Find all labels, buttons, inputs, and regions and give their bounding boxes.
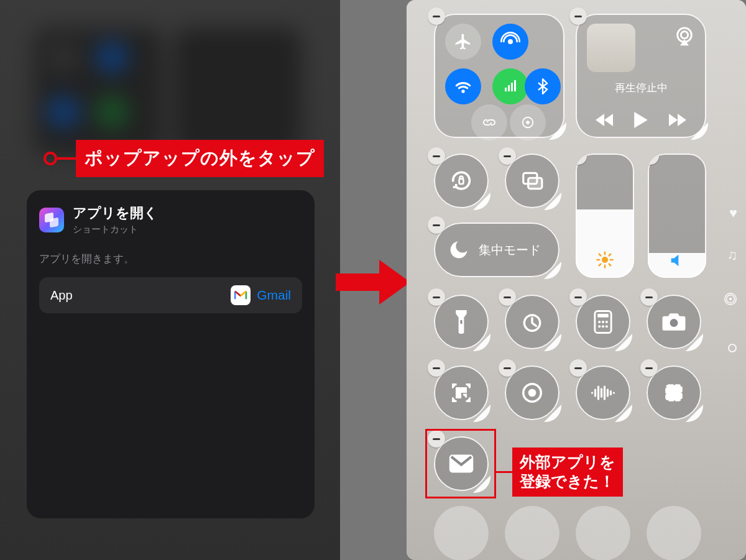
svg-point-23 xyxy=(606,325,608,328)
camera-button[interactable] xyxy=(647,295,701,349)
remove-badge[interactable] xyxy=(428,147,445,165)
shortcut-config-popup[interactable]: アプリを開く ショートカット アプリを開きます。 App Gmail xyxy=(27,190,315,518)
favorites-dot-icon[interactable] xyxy=(727,341,737,357)
wifi-button[interactable] xyxy=(445,68,481,104)
svg-point-21 xyxy=(598,325,601,328)
resize-handle[interactable] xyxy=(544,193,561,210)
focus-moon-icon xyxy=(448,239,470,261)
calculator-button[interactable] xyxy=(576,295,630,349)
cellular-button[interactable] xyxy=(492,68,528,104)
remove-badge[interactable] xyxy=(428,359,445,377)
right-screenshot-control-center-edit: 再生停止中 xyxy=(407,0,746,560)
resize-handle[interactable] xyxy=(544,405,561,422)
vpn-button[interactable] xyxy=(510,104,546,140)
timer-button[interactable] xyxy=(505,295,560,349)
brightness-slider[interactable] xyxy=(576,154,634,278)
favorites-heart-icon[interactable]: ♥ xyxy=(729,205,737,221)
media-artwork xyxy=(587,24,635,72)
svg-rect-9 xyxy=(459,179,464,184)
focus-mode-button[interactable]: 集中モード xyxy=(434,223,560,277)
selected-app-name[interactable]: Gmail xyxy=(257,288,291,303)
svg-point-13 xyxy=(602,257,608,263)
remove-badge[interactable] xyxy=(428,288,445,306)
screen-mirroring-button[interactable] xyxy=(505,154,560,208)
empty-slot[interactable] xyxy=(647,506,701,560)
svg-rect-4 xyxy=(514,80,516,91)
svg-point-29 xyxy=(528,389,536,397)
callout-right-line1: 外部アプリを xyxy=(520,452,615,472)
remove-badge[interactable] xyxy=(640,359,658,377)
crop-button[interactable] xyxy=(647,365,701,420)
remove-badge[interactable] xyxy=(428,7,445,25)
focus-label: 集中モード xyxy=(479,242,541,259)
svg-rect-17 xyxy=(597,314,609,318)
remove-badge[interactable] xyxy=(569,7,587,25)
popup-subtitle: ショートカット xyxy=(73,224,158,236)
svg-point-8 xyxy=(681,32,688,39)
callout-registered: 外部アプリを 登録できた！ xyxy=(496,448,623,497)
screen-record-button[interactable] xyxy=(505,365,560,420)
highlight-gmail-box xyxy=(425,429,496,498)
resize-handle[interactable] xyxy=(549,122,566,140)
remove-badge[interactable] xyxy=(569,288,587,306)
resize-handle[interactable] xyxy=(686,334,703,351)
callout-marker-icon xyxy=(44,152,57,165)
remove-badge[interactable] xyxy=(576,154,587,165)
resize-handle[interactable] xyxy=(615,334,632,351)
resize-handle[interactable] xyxy=(544,334,561,351)
bluetooth-button[interactable] xyxy=(525,68,561,104)
svg-point-24 xyxy=(670,319,678,327)
app-selector-row[interactable]: App Gmail xyxy=(39,277,302,313)
svg-rect-14 xyxy=(461,320,463,324)
app-row-label: App xyxy=(50,288,73,303)
brightness-sun-icon xyxy=(596,250,614,269)
forward-button[interactable] xyxy=(669,114,686,126)
resize-handle[interactable] xyxy=(544,262,561,279)
resize-handle[interactable] xyxy=(473,405,490,422)
sound-recognition-button[interactable] xyxy=(576,365,630,420)
remove-badge[interactable] xyxy=(648,154,659,165)
svg-rect-26 xyxy=(463,388,466,392)
remove-badge[interactable] xyxy=(499,147,516,165)
svg-rect-25 xyxy=(457,388,461,392)
empty-slot[interactable] xyxy=(576,506,630,560)
remove-badge[interactable] xyxy=(569,359,587,377)
remove-badge[interactable] xyxy=(499,359,516,377)
favorites-music-icon[interactable]: ♫ xyxy=(727,247,738,264)
transition-arrow-icon xyxy=(336,256,410,308)
svg-rect-3 xyxy=(511,83,513,91)
remove-badge[interactable] xyxy=(428,216,445,234)
svg-point-6 xyxy=(526,121,530,124)
favorites-broadcast-icon[interactable] xyxy=(724,292,737,310)
svg-point-19 xyxy=(602,321,604,323)
svg-rect-30 xyxy=(666,385,681,400)
svg-rect-11 xyxy=(528,178,542,188)
svg-point-20 xyxy=(606,321,608,323)
personal-hotspot-button[interactable] xyxy=(471,104,507,140)
remove-badge[interactable] xyxy=(640,288,658,306)
resize-handle[interactable] xyxy=(686,405,703,422)
volume-slider[interactable] xyxy=(648,154,706,278)
resize-handle[interactable] xyxy=(473,193,490,210)
resize-handle[interactable] xyxy=(473,334,490,351)
play-button[interactable] xyxy=(634,112,648,128)
qr-scan-button[interactable] xyxy=(434,365,489,420)
media-playback-group[interactable]: 再生停止中 xyxy=(576,14,706,138)
remove-badge[interactable] xyxy=(499,288,516,306)
svg-point-33 xyxy=(729,344,736,352)
callout-right-line2: 登録できた！ xyxy=(520,472,615,491)
svg-point-22 xyxy=(602,325,604,328)
empty-slot[interactable] xyxy=(505,506,560,560)
connectivity-group[interactable] xyxy=(434,14,564,138)
airdrop-button[interactable] xyxy=(492,24,528,60)
rewind-button[interactable] xyxy=(596,114,613,126)
left-screenshot: ポップアップの外をタップ アプリを開く ショートカット アプリを開きます。 Ap… xyxy=(0,0,340,560)
rotation-lock-button[interactable] xyxy=(434,154,489,208)
resize-handle[interactable] xyxy=(615,405,632,422)
empty-slot[interactable] xyxy=(434,506,489,560)
volume-speaker-icon xyxy=(668,252,686,269)
gmail-icon xyxy=(231,285,251,305)
airplay-icon[interactable] xyxy=(674,26,695,47)
airplane-mode-button[interactable] xyxy=(445,24,481,60)
flashlight-button[interactable] xyxy=(434,295,489,349)
